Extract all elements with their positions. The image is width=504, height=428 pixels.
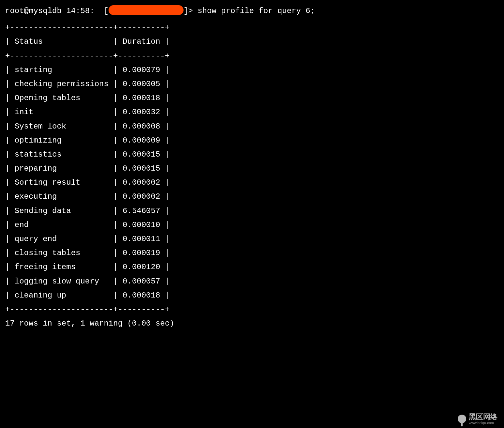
status-cell: freeing items xyxy=(15,263,109,271)
mushroom-icon xyxy=(458,415,466,423)
redacted-dbname xyxy=(109,5,184,15)
duration-cell: 0.000005 xyxy=(123,80,160,88)
table-row: | statistics | 0.000015 | xyxy=(5,147,499,161)
table-row: | freeing items | 0.000120 | xyxy=(5,260,499,274)
duration-cell: 0.000002 xyxy=(123,178,160,187)
table-row: | query end | 0.000011 | xyxy=(5,232,499,246)
status-cell: logging slow query xyxy=(15,277,109,286)
duration-cell: 0.000019 xyxy=(123,249,160,257)
prompt-time: 14:58 xyxy=(66,7,90,15)
table-row: | Sorting result | 0.000002 | xyxy=(5,176,499,190)
table-header-separator: +----------------------+----------+ xyxy=(5,49,499,63)
prompt-host: mysqldb xyxy=(29,7,62,15)
duration-cell: 0.000008 xyxy=(123,122,160,131)
status-cell: cleaning up xyxy=(15,291,109,300)
table-row: | Opening tables | 0.000018 | xyxy=(5,91,499,105)
status-cell: System lock xyxy=(15,122,109,131)
table-row: | closing tables | 0.000019 | xyxy=(5,246,499,260)
duration-cell: 0.000018 xyxy=(123,291,160,300)
duration-cell: 0.000010 xyxy=(123,221,160,229)
table-row: | checking permissions | 0.000005 | xyxy=(5,77,499,91)
status-cell: Opening tables xyxy=(15,94,109,102)
result-footer: 17 rows in set, 1 warning (0.00 sec) xyxy=(5,316,499,330)
prompt-user: root xyxy=(5,7,24,15)
duration-cell: 0.000018 xyxy=(123,94,160,102)
status-cell: preparing xyxy=(15,164,109,173)
column-header-status: Status xyxy=(15,37,109,46)
duration-cell: 0.000120 xyxy=(123,263,160,271)
duration-cell: 0.000015 xyxy=(123,164,160,173)
status-cell: statistics xyxy=(15,150,109,159)
status-cell: Sorting result xyxy=(15,178,109,187)
duration-cell: 0.000057 xyxy=(123,277,160,286)
table-row: | Sending data | 6.546057 | xyxy=(5,204,499,218)
watermark-main: 黑区网络 xyxy=(469,413,497,421)
table-row: | System lock | 0.000008 | xyxy=(5,119,499,133)
status-cell: Sending data xyxy=(15,206,109,215)
status-cell: query end xyxy=(15,235,109,243)
bracket-close: ]> xyxy=(184,7,193,15)
column-header-duration: Duration xyxy=(123,37,160,46)
table-header-row: | Status | Duration | xyxy=(5,35,499,49)
table-row: | preparing | 0.000015 | xyxy=(5,161,499,176)
status-cell: closing tables xyxy=(15,249,109,257)
duration-cell: 6.546057 xyxy=(123,206,160,215)
status-cell: starting xyxy=(15,66,109,74)
table-row: | logging slow query | 0.000057 | xyxy=(5,274,499,288)
duration-cell: 0.000079 xyxy=(123,66,160,74)
table-row: | end | 0.000010 | xyxy=(5,218,499,232)
bracket-open: [ xyxy=(104,7,108,15)
command-text: show profile for query 6; xyxy=(198,7,315,15)
status-cell: init xyxy=(15,108,109,116)
status-cell: executing xyxy=(15,192,109,201)
status-cell: end xyxy=(15,221,109,229)
duration-cell: 0.000011 xyxy=(123,235,160,243)
table-top-border: +----------------------+----------+ xyxy=(5,21,499,35)
duration-cell: 0.000002 xyxy=(123,192,160,201)
watermark-sub: www.heiqu.com xyxy=(469,421,497,425)
table-row: | starting | 0.000079 | xyxy=(5,63,499,77)
table-bottom-border: +----------------------+----------+ xyxy=(5,302,499,316)
duration-cell: 0.000009 xyxy=(123,136,160,145)
status-cell: optimizing xyxy=(15,136,109,145)
duration-cell: 0.000015 xyxy=(123,150,160,159)
table-row: | optimizing | 0.000009 | xyxy=(5,133,499,147)
table-row: | executing | 0.000002 | xyxy=(5,190,499,204)
table-row: | init | 0.000032 | xyxy=(5,105,499,119)
duration-cell: 0.000032 xyxy=(123,108,160,116)
status-cell: checking permissions xyxy=(15,80,109,88)
watermark: 黑区网络 www.heiqu.com xyxy=(458,413,497,425)
terminal-prompt[interactable]: root@mysqldb 14:58: []> show profile for… xyxy=(5,4,499,18)
table-row: | cleaning up | 0.000018 | xyxy=(5,288,499,302)
